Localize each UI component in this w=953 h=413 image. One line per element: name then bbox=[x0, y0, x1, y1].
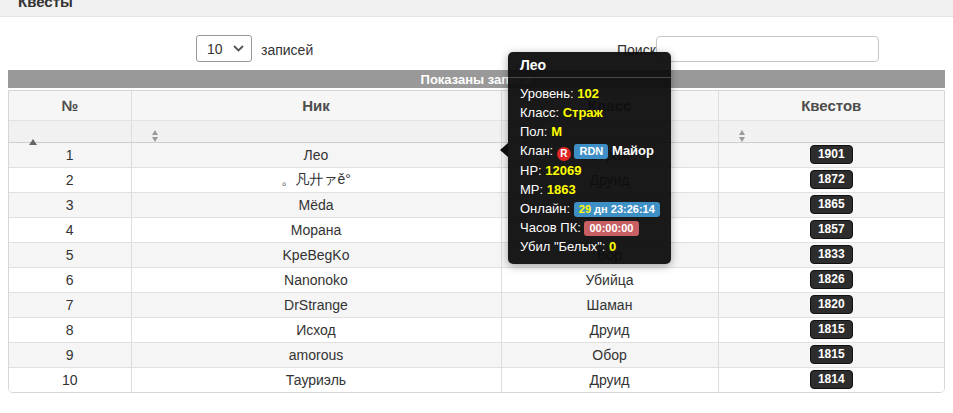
tooltip-arrow-icon bbox=[500, 143, 508, 157]
chevron-down-icon bbox=[233, 45, 244, 52]
clan-tag-badge: RDN bbox=[574, 144, 608, 159]
page-size-value: 10 bbox=[207, 41, 223, 57]
table-row[interactable]: 3 Mëda 1865 bbox=[9, 192, 944, 217]
quest-count-badge: 1815 bbox=[810, 345, 853, 364]
row-number: 7 bbox=[9, 292, 131, 317]
row-quests: 1872 bbox=[718, 167, 944, 192]
row-nick: Исход bbox=[131, 317, 501, 342]
row-quests: 1815 bbox=[718, 342, 944, 367]
page: Квесты 10 записей Поиск: Показаны записи… bbox=[0, 0, 953, 413]
row-quests: 1815 bbox=[718, 317, 944, 342]
player-tooltip: Лео Уровень: 102 Класс: Страж Пол: М Кла… bbox=[508, 52, 671, 264]
info-bar: Показаны записи bbox=[8, 70, 945, 88]
row-nick: DrStrange bbox=[131, 292, 501, 317]
sort-cell-num[interactable] bbox=[9, 120, 131, 142]
row-class: Друид bbox=[501, 367, 718, 392]
tooltip-kills: Убил "Белых": 0 bbox=[520, 237, 661, 256]
quest-count-badge: 1865 bbox=[810, 195, 853, 214]
row-quests: 1865 bbox=[718, 192, 944, 217]
row-nick: KpeBegKo bbox=[131, 242, 501, 267]
quest-count-badge: 1901 bbox=[810, 145, 853, 164]
sort-asc-icon bbox=[29, 122, 37, 145]
sort-cell-nick[interactable] bbox=[131, 120, 501, 142]
row-nick: 。凡廾ァě° bbox=[131, 167, 501, 192]
page-size-label: записей bbox=[261, 42, 313, 58]
row-number: 3 bbox=[9, 192, 131, 217]
row-nick: Морана bbox=[131, 217, 501, 242]
row-class: Убийца bbox=[501, 267, 718, 292]
tooltip-level: Уровень: 102 bbox=[520, 84, 661, 103]
row-class: Обор bbox=[501, 342, 718, 367]
quest-count-badge: 1833 bbox=[810, 245, 853, 264]
row-quests: 1826 bbox=[718, 267, 944, 292]
page-header: Квесты bbox=[0, 0, 953, 17]
row-number: 10 bbox=[9, 367, 131, 392]
tooltip-gender: Пол: М bbox=[520, 122, 661, 141]
sort-both-icon bbox=[739, 130, 745, 142]
row-number: 4 bbox=[9, 217, 131, 242]
tooltip-hp: HP: 12069 bbox=[520, 161, 661, 180]
table-body: 1 Лео Страж 1901 2 。凡廾ァě° Друид 1872 3 M… bbox=[9, 142, 944, 392]
table-row[interactable]: 10 Тауриэль Друид 1814 bbox=[9, 367, 944, 392]
table-row[interactable]: 9 amorous Обор 1815 bbox=[9, 342, 944, 367]
quest-count-badge: 1826 bbox=[810, 270, 853, 289]
search-input[interactable] bbox=[656, 36, 879, 62]
online-time-badge: 29 дн 23:26:14 bbox=[574, 202, 660, 217]
tooltip-clan: Клан: R RDN Майор bbox=[520, 141, 661, 161]
quests-table: № Ник Класс Квестов bbox=[8, 90, 945, 393]
row-nick: amorous bbox=[131, 342, 501, 367]
row-quests: 1814 bbox=[718, 367, 944, 392]
pk-hours-badge: 00:00:00 bbox=[584, 221, 638, 236]
column-header-num[interactable]: № bbox=[9, 91, 131, 120]
tooltip-online: Онлайн: 29 дн 23:26:14 bbox=[520, 199, 661, 218]
table-row[interactable]: 7 DrStrange Шаман 1820 bbox=[9, 292, 944, 317]
tooltip-pk-hours: Часов ПК: 00:00:00 bbox=[520, 218, 661, 237]
row-quests: 1901 bbox=[718, 142, 944, 167]
table-row[interactable]: 6 Nanonoko Убийца 1826 bbox=[9, 267, 944, 292]
table-row[interactable]: 1 Лео Страж 1901 bbox=[9, 142, 944, 167]
quest-count-badge: 1857 bbox=[810, 220, 853, 239]
quest-count-badge: 1820 bbox=[810, 295, 853, 314]
quest-count-badge: 1815 bbox=[810, 320, 853, 339]
row-quests: 1820 bbox=[718, 292, 944, 317]
row-number: 8 bbox=[9, 317, 131, 342]
row-number: 6 bbox=[9, 267, 131, 292]
quest-count-badge: 1872 bbox=[810, 170, 853, 189]
quest-count-badge: 1814 bbox=[810, 370, 853, 389]
table-row[interactable]: 8 Исход Друид 1815 bbox=[9, 317, 944, 342]
row-nick: Nanonoko bbox=[131, 267, 501, 292]
row-nick: Mëda bbox=[131, 192, 501, 217]
row-quests: 1857 bbox=[718, 217, 944, 242]
tooltip-player-name: Лео bbox=[508, 52, 671, 78]
row-class: Друид bbox=[501, 317, 718, 342]
page-title: Квесты bbox=[18, 0, 953, 10]
tooltip-mp: MP: 1863 bbox=[520, 180, 661, 199]
row-class: Шаман bbox=[501, 292, 718, 317]
column-header-quests[interactable]: Квестов bbox=[718, 91, 944, 120]
sort-cell-quests[interactable] bbox=[718, 120, 944, 142]
row-nick: Тауриэль bbox=[131, 367, 501, 392]
sort-both-icon bbox=[152, 130, 158, 142]
row-number: 5 bbox=[9, 242, 131, 267]
row-number: 1 bbox=[9, 142, 131, 167]
table-row[interactable]: 4 Морана 1857 bbox=[9, 217, 944, 242]
row-number: 9 bbox=[9, 342, 131, 367]
page-size-select[interactable]: 10 bbox=[196, 35, 252, 62]
table-row[interactable]: 5 KpeBegKo Вор 1833 bbox=[9, 242, 944, 267]
row-nick: Лео bbox=[131, 142, 501, 167]
tooltip-class: Класс: Страж bbox=[520, 103, 661, 122]
table-row[interactable]: 2 。凡廾ァě° Друид 1872 bbox=[9, 167, 944, 192]
row-quests: 1833 bbox=[718, 242, 944, 267]
column-header-nick[interactable]: Ник bbox=[131, 91, 501, 120]
clan-icon: R bbox=[557, 147, 571, 161]
row-number: 2 bbox=[9, 167, 131, 192]
